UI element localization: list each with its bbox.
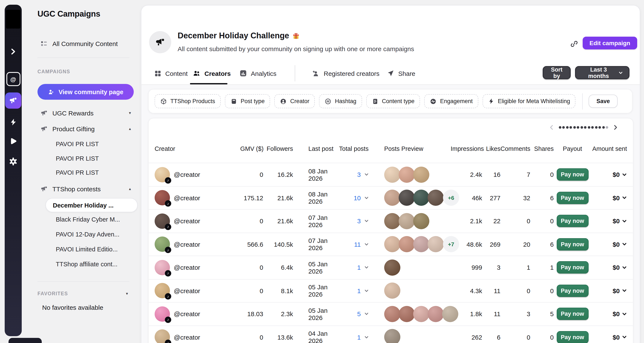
total-posts-link[interactable]: 3 — [357, 217, 361, 225]
filter-post-type[interactable]: Post type — [225, 94, 270, 108]
post-thumbnail[interactable] — [413, 213, 429, 229]
posts-preview[interactable] — [372, 306, 451, 322]
total-posts-link[interactable]: 1 — [357, 287, 361, 294]
post-thumbnail[interactable] — [384, 283, 400, 299]
page-dot[interactable] — [598, 126, 601, 129]
filter-content-type[interactable]: Content type — [366, 94, 420, 108]
nav-item-campaign[interactable]: PAVOI 12-Day Adven... — [56, 229, 120, 239]
chevron-down-icon[interactable] — [364, 219, 369, 223]
tab-analytics[interactable]: Analytics — [239, 67, 276, 80]
post-thumbnail[interactable] — [399, 213, 415, 229]
page-dot[interactable] — [588, 126, 590, 129]
creator-handle[interactable]: @creator — [174, 334, 200, 341]
post-thumbnail[interactable] — [399, 190, 415, 206]
post-thumbnail[interactable] — [399, 236, 415, 252]
page-dot[interactable] — [595, 126, 597, 129]
page-dot[interactable] — [606, 126, 608, 129]
nav-item-campaign[interactable]: TTShop affiliate cont... — [56, 259, 118, 269]
pay-now-button[interactable]: Pay now — [556, 261, 588, 274]
page-dot[interactable] — [591, 126, 594, 129]
posts-preview[interactable] — [372, 259, 451, 276]
page-dot[interactable] — [577, 126, 579, 129]
page-dot[interactable] — [584, 126, 586, 129]
filter-ttshop-products[interactable]: TTShop Products — [154, 94, 221, 108]
chevron-down-icon[interactable] — [364, 265, 369, 270]
lightning-icon[interactable] — [5, 118, 22, 126]
post-thumbnail[interactable] — [399, 306, 415, 322]
nav-group-ttshop-contests[interactable]: TTShop contests ▲ — [40, 184, 137, 194]
total-posts-link[interactable]: 11 — [354, 241, 361, 248]
post-thumbnail[interactable] — [413, 190, 429, 206]
posts-preview[interactable]: +6 — [372, 190, 451, 206]
view-community-page-button[interactable]: View community page — [38, 84, 134, 100]
creator-handle[interactable]: @creator — [174, 264, 200, 271]
amount-sent-dropdown[interactable]: $0 — [591, 194, 627, 202]
creator-handle[interactable]: @creator — [174, 217, 200, 225]
tab-registered-creators[interactable]: Registered creators — [312, 67, 380, 80]
favorites-section[interactable]: FAVORITES ▼ — [38, 288, 134, 299]
play-icon[interactable] — [5, 138, 22, 145]
nav-group-product-gifting[interactable]: Product Gifting ▲ — [40, 124, 137, 134]
pay-now-button[interactable]: Pay now — [556, 238, 588, 250]
amount-sent-dropdown[interactable]: $0 — [591, 171, 627, 178]
page-dot[interactable] — [602, 126, 604, 129]
creator-handle[interactable]: @creator — [174, 171, 200, 178]
creator-handle[interactable]: @creator — [174, 194, 200, 202]
post-thumbnail[interactable] — [428, 306, 444, 322]
save-filters-button[interactable]: Save — [589, 95, 618, 108]
pay-now-button[interactable]: Pay now — [556, 308, 588, 320]
pay-now-button[interactable]: Pay now — [556, 192, 588, 204]
amount-sent-dropdown[interactable]: $0 — [591, 310, 627, 318]
at-mention-icon[interactable]: @ — [5, 72, 22, 86]
amount-sent-dropdown[interactable]: $0 — [591, 334, 627, 341]
post-thumbnail[interactable] — [413, 236, 429, 252]
total-posts-link[interactable]: 10 — [354, 194, 361, 202]
creator-avatar[interactable]: ♪ — [154, 190, 170, 206]
chevron-left-icon[interactable] — [548, 124, 554, 130]
nav-item-campaign[interactable]: PAVOI PR LIST — [56, 167, 99, 178]
tab-content[interactable]: Content — [154, 67, 188, 80]
page-dot[interactable] — [570, 126, 572, 129]
amount-sent-dropdown[interactable]: $0 — [591, 241, 627, 248]
creator-avatar[interactable]: ♪ — [154, 283, 170, 298]
creator-handle[interactable]: @creator — [174, 287, 200, 294]
post-thumbnail[interactable] — [428, 236, 444, 252]
posts-preview[interactable]: +7 — [372, 236, 451, 252]
megaphone-nav-icon[interactable] — [5, 93, 22, 109]
post-thumbnail[interactable] — [384, 329, 400, 343]
creator-avatar[interactable]: ♪ — [154, 260, 170, 275]
gear-icon[interactable] — [5, 157, 22, 166]
post-thumbnail[interactable] — [384, 236, 400, 252]
nav-item-campaign-active[interactable]: December Holiday ... — [46, 198, 138, 212]
filter-creator[interactable]: Creator — [274, 94, 315, 108]
amount-sent-dropdown[interactable]: $0 — [591, 217, 627, 225]
pay-now-button[interactable]: Pay now — [556, 285, 588, 297]
date-range-dropdown[interactable]: Last 3 months — [575, 66, 630, 79]
post-thumbnail[interactable] — [384, 213, 400, 229]
chevron-down-icon[interactable] — [364, 288, 369, 293]
page-dot[interactable] — [566, 126, 568, 129]
filter-engagement[interactable]: Engagement — [424, 94, 478, 108]
chevron-right-icon[interactable] — [612, 124, 618, 130]
post-thumbnail[interactable] — [384, 190, 400, 206]
edit-campaign-button[interactable]: Edit campaign — [583, 37, 637, 50]
total-posts-link[interactable]: 3 — [357, 171, 361, 178]
creator-avatar[interactable]: ♪ — [154, 237, 170, 252]
chevron-down-icon[interactable] — [364, 172, 369, 177]
creator-handle[interactable]: @creator — [174, 310, 200, 318]
total-posts-link[interactable]: 5 — [357, 310, 361, 318]
chevron-down-icon[interactable] — [364, 242, 369, 247]
amount-sent-dropdown[interactable]: $0 — [591, 287, 627, 294]
chevron-right-icon[interactable] — [5, 47, 22, 56]
nav-item-campaign[interactable]: PAVOI PR LIST — [56, 139, 99, 149]
post-thumbnail[interactable] — [413, 306, 429, 322]
posts-preview[interactable] — [372, 213, 451, 229]
creator-avatar[interactable]: ♪ — [154, 167, 170, 182]
post-thumbnail[interactable] — [399, 167, 415, 183]
total-posts-link[interactable]: 1 — [357, 264, 361, 271]
creator-avatar[interactable]: ♪ — [154, 213, 170, 229]
post-thumbnail[interactable] — [413, 167, 429, 183]
post-thumbnail[interactable] — [428, 190, 444, 206]
post-thumbnail[interactable] — [384, 306, 400, 322]
page-dot[interactable] — [558, 126, 561, 129]
